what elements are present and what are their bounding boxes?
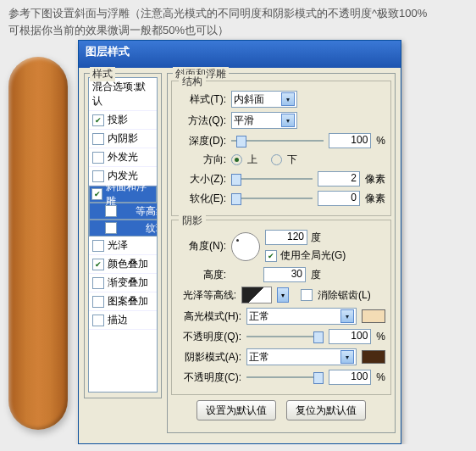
caption-line2: 可根据你当前的效果微调一般都50%也可以） bbox=[8, 24, 229, 36]
highlight-opacity-label: 不透明度(Q): bbox=[177, 330, 241, 344]
chevron-down-icon[interactable]: ▾ bbox=[277, 287, 289, 303]
deg-unit: 度 bbox=[311, 231, 321, 245]
angle-input[interactable]: 120 bbox=[265, 230, 307, 245]
blend-options-item[interactable]: 混合选项:默认 bbox=[89, 78, 157, 111]
chevron-down-icon: ▾ bbox=[340, 309, 354, 323]
direction-down-radio[interactable] bbox=[271, 154, 282, 165]
px-unit: 像素 bbox=[365, 192, 385, 206]
global-light-label: 使用全局光(G) bbox=[280, 248, 346, 263]
checkbox-icon[interactable] bbox=[92, 259, 104, 270]
checkbox-icon[interactable] bbox=[105, 222, 117, 234]
size-input[interactable]: 2 bbox=[318, 171, 360, 187]
soften-slider[interactable] bbox=[231, 192, 313, 204]
checkbox-icon[interactable] bbox=[92, 277, 104, 289]
chevron-down-icon: ▾ bbox=[340, 350, 354, 364]
technique-select[interactable]: 平滑▾ bbox=[231, 112, 297, 129]
highlight-opacity-input[interactable]: 100 bbox=[329, 329, 371, 344]
gloss-contour-picker[interactable] bbox=[241, 287, 272, 303]
style-texture[interactable]: 纹理 bbox=[89, 220, 158, 237]
style-select[interactable]: 内斜面▾ bbox=[231, 91, 297, 108]
style-gradient-overlay[interactable]: 渐变叠加 bbox=[89, 274, 157, 292]
percent-unit: % bbox=[376, 331, 385, 342]
shadow-opacity-input[interactable]: 100 bbox=[329, 370, 371, 385]
soften-label: 软化(E): bbox=[177, 192, 226, 206]
style-drop-shadow[interactable]: 投影 bbox=[89, 111, 157, 130]
style-stroke[interactable]: 描边 bbox=[89, 311, 157, 330]
shadow-opacity-slider[interactable] bbox=[246, 371, 324, 383]
highlight-mode-select[interactable]: 正常▾ bbox=[246, 308, 357, 325]
shadow-opacity-label: 不透明度(C): bbox=[177, 370, 241, 385]
checkbox-icon[interactable] bbox=[91, 188, 102, 200]
checkbox-icon[interactable] bbox=[92, 133, 104, 145]
checkbox-icon[interactable] bbox=[92, 114, 104, 126]
style-outer-glow[interactable]: 外发光 bbox=[89, 148, 157, 167]
altitude-input[interactable]: 30 bbox=[263, 267, 306, 282]
caption-line1: 参考下图设置斜面与浮雕（注意高光模式的不同明度和阴影模式的不透明度^极致100% bbox=[8, 7, 427, 19]
shading-label: 阴影 bbox=[179, 214, 206, 228]
highlight-opacity-slider[interactable] bbox=[246, 331, 324, 342]
technique-label: 方法(Q): bbox=[177, 114, 226, 128]
styles-list: 混合选项:默认 投影 内阴影 外发光 内发光 斜面和浮雕 等高线 纹理 光泽 颜… bbox=[88, 77, 158, 393]
px-unit: 像素 bbox=[365, 172, 385, 187]
style-inner-shadow[interactable]: 内阴影 bbox=[89, 130, 157, 148]
reset-default-button[interactable]: 复位为默认值 bbox=[286, 400, 366, 420]
styles-group-label: 样式 bbox=[90, 67, 115, 81]
shadow-mode-select[interactable]: 正常▾ bbox=[246, 348, 357, 365]
shadow-color-swatch[interactable] bbox=[362, 350, 385, 364]
direction-label: 方向: bbox=[177, 153, 226, 167]
up-label: 上 bbox=[247, 153, 257, 167]
checkbox-icon[interactable] bbox=[92, 170, 104, 182]
chevron-down-icon: ▾ bbox=[281, 114, 295, 127]
highlight-color-swatch[interactable] bbox=[362, 309, 385, 323]
highlight-mode-label: 高光模式(H): bbox=[177, 309, 241, 324]
deg-unit: 度 bbox=[311, 268, 321, 282]
style-bevel[interactable]: 斜面和浮雕 bbox=[89, 186, 157, 203]
angle-label: 角度(N): bbox=[177, 239, 226, 253]
style-label: 样式(T): bbox=[177, 92, 226, 107]
checkbox-icon[interactable] bbox=[92, 296, 104, 308]
direction-up-radio[interactable] bbox=[231, 154, 242, 165]
percent-unit: % bbox=[376, 371, 385, 383]
size-slider[interactable] bbox=[231, 173, 313, 185]
checkbox-icon[interactable] bbox=[92, 240, 104, 252]
style-color-overlay[interactable]: 颜色叠加 bbox=[89, 255, 157, 274]
soften-input[interactable]: 0 bbox=[318, 191, 360, 206]
checkbox-icon[interactable] bbox=[92, 152, 104, 164]
depth-input[interactable]: 100 bbox=[329, 133, 371, 148]
size-label: 大小(Z): bbox=[177, 172, 226, 187]
shadow-mode-label: 阴影模式(A): bbox=[177, 350, 241, 365]
global-light-checkbox[interactable] bbox=[265, 250, 277, 262]
dialog-title: 图层样式 bbox=[79, 41, 401, 68]
structure-label: 结构 bbox=[179, 75, 206, 89]
make-default-button[interactable]: 设置为默认值 bbox=[196, 400, 276, 420]
gloss-contour-label: 光泽等高线: bbox=[177, 288, 236, 303]
depth-label: 深度(D): bbox=[177, 134, 226, 148]
style-pattern-overlay[interactable]: 图案叠加 bbox=[89, 292, 157, 311]
checkbox-icon[interactable] bbox=[92, 315, 104, 326]
depth-slider[interactable] bbox=[231, 135, 324, 147]
down-label: 下 bbox=[287, 153, 297, 167]
angle-wheel[interactable] bbox=[231, 232, 260, 261]
layer-style-dialog: 图层样式 样式 混合选项:默认 投影 内阴影 外发光 内发光 斜面和浮雕 等高线… bbox=[78, 40, 401, 444]
antialias-label: 消除锯齿(L) bbox=[318, 288, 371, 303]
preview-shape bbox=[8, 57, 68, 430]
antialias-checkbox[interactable] bbox=[301, 289, 313, 301]
percent-unit: % bbox=[376, 135, 385, 147]
style-satin[interactable]: 光泽 bbox=[89, 237, 157, 255]
altitude-label: 高度: bbox=[177, 268, 226, 282]
chevron-down-icon: ▾ bbox=[281, 92, 295, 106]
checkbox-icon[interactable] bbox=[105, 205, 117, 217]
